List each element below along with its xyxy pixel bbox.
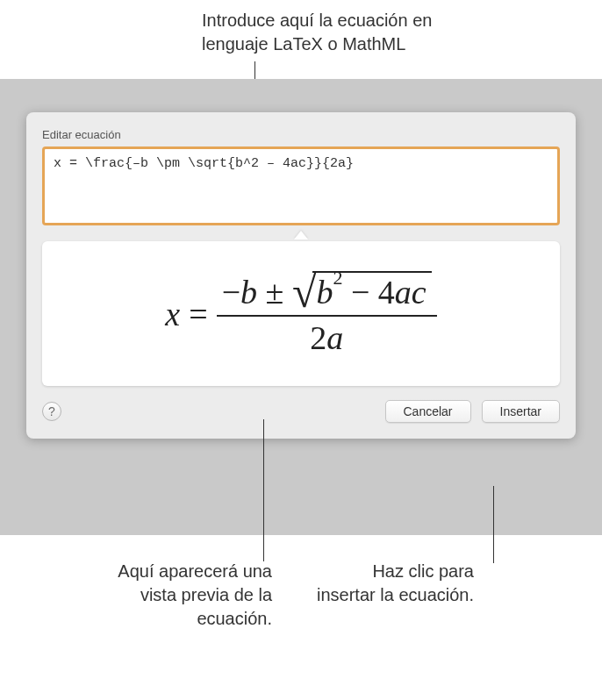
fraction-denominator: 2a	[305, 317, 348, 359]
radical-icon: √	[292, 275, 316, 310]
callout-preview: Aquí aparecerá una vista previa de la ec…	[79, 560, 272, 631]
radicand-4: 4	[378, 274, 395, 311]
dialog-button-row: ? Cancelar Insertar	[42, 400, 560, 423]
equation-input[interactable]	[42, 146, 560, 225]
preview-connector	[42, 229, 560, 241]
help-button[interactable]: ?	[42, 402, 61, 421]
sqrt: √ b2 − 4ac	[292, 271, 432, 313]
dialog-title: Editar ecuación	[42, 128, 560, 141]
equation-input-wrap	[42, 146, 560, 229]
callout-line-preview	[263, 419, 264, 561]
radicand-b: b	[316, 274, 333, 311]
num-b: b	[240, 274, 257, 311]
num-minus: −	[222, 274, 240, 311]
radicand-ac: ac	[395, 274, 426, 311]
equation-preview: x = −b ± √ b2 − 4ac	[165, 269, 436, 359]
preview-equals: =	[189, 295, 207, 333]
preview-arrow-icon	[294, 231, 308, 239]
radicand: b2 − 4ac	[312, 271, 431, 313]
cancel-button[interactable]: Cancelar	[385, 400, 471, 423]
fraction-numerator: −b ± √ b2 − 4ac	[217, 269, 437, 315]
equation-preview-box: x = −b ± √ b2 − 4ac	[42, 241, 560, 386]
equation-editor-dialog: Editar ecuación x = −b ± √ b2 − 4ac	[26, 112, 576, 439]
preview-fraction: −b ± √ b2 − 4ac 2a	[217, 269, 437, 359]
radicand-exp: 2	[333, 267, 342, 289]
preview-lhs: x	[165, 295, 180, 333]
den-2: 2	[310, 319, 326, 356]
radicand-minus: −	[351, 274, 369, 311]
num-plusminus: ±	[266, 274, 284, 311]
den-a: a	[326, 319, 343, 356]
callout-input: Introduce aquí la ecuación en lenguaje L…	[202, 9, 500, 56]
callout-line-insert	[493, 486, 494, 563]
callout-insert: Haz clic para insertar la ecuación.	[316, 560, 474, 607]
insert-button[interactable]: Insertar	[482, 400, 560, 423]
